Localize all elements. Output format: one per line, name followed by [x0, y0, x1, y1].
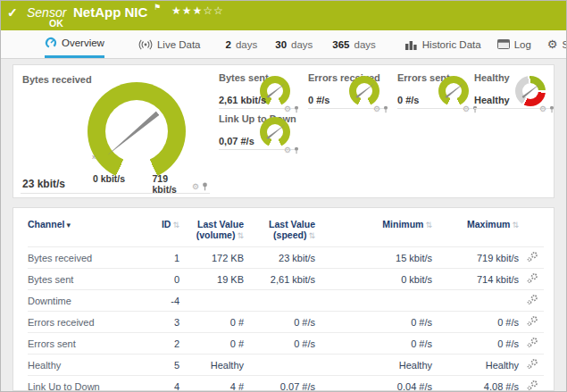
table-header-row: Channel▾ ID⇅ Last Value (volume)⇅ Last V…	[28, 219, 544, 247]
gauge-scale-max: 719 kbit/s	[153, 173, 191, 195]
sort-icon: ⇅	[512, 221, 519, 229]
sensor-header: ✓ Sensor NetApp NIC ⚑ ★★★☆☆ OK	[0, 0, 567, 30]
column-header-last-value-volume[interactable]: Last Value (volume)⇅	[181, 219, 246, 247]
small-gauges-grid: Bytes sent 2,61 kbit/s ⚙ Errors received…	[219, 71, 551, 194]
gear-icon[interactable]: ⚙	[463, 105, 470, 113]
pin-icon[interactable]	[294, 146, 299, 154]
edit-channel-icon[interactable]	[527, 294, 538, 307]
column-header-maximum[interactable]: Maximum⇅	[434, 219, 521, 247]
gear-icon[interactable]: ⚙	[284, 146, 291, 154]
table-row: Bytes sent 0 19 KB 2,61 kbit/s 0 kbit/s …	[28, 269, 544, 290]
gauge-bytes-received: Bytes received x 0 kbit/s 719 kbit/s 23 …	[21, 71, 210, 194]
column-header-last-value-speed[interactable]: Last Value (speed)⇅	[246, 219, 317, 247]
last-value-volume: 0 #	[181, 312, 246, 333]
priority-flag-icon[interactable]: ⚑	[154, 3, 161, 12]
minimum-value: 0,04 #/s	[317, 376, 434, 392]
edit-channel-icon[interactable]	[527, 358, 538, 371]
column-label: ID	[162, 219, 171, 229]
table-row: Link Up to Down 4 4 # 0,07 #/s 0,04 #/s …	[28, 376, 544, 392]
column-label: (volume)	[196, 229, 236, 240]
pin-icon[interactable]	[202, 182, 208, 191]
gauge-healthy: Healthy Healthy ⚙	[474, 72, 553, 115]
column-label: (speed)	[273, 229, 306, 240]
tab-unit: days	[236, 39, 257, 50]
bar-chart-icon	[405, 39, 418, 50]
maximum-value: 714 kbit/s	[434, 269, 521, 290]
edit-channel-icon[interactable]	[527, 272, 538, 286]
gauge-icon	[45, 37, 57, 49]
gear-icon[interactable]: ⚙	[539, 105, 546, 113]
broadcast-icon	[138, 39, 153, 50]
last-value-volume: 4 #	[181, 376, 246, 392]
edit-channel-icon[interactable]	[527, 315, 538, 329]
maximum-value: 0 #/s	[434, 312, 521, 333]
tab-live-data[interactable]: Live Data	[138, 30, 201, 58]
tab-overview[interactable]: Overview	[45, 30, 104, 58]
maximum-value: 719 kbit/s	[434, 247, 521, 269]
gauge-link-up-to-down: Link Up to Down 0,07 #/s ⚙	[219, 113, 297, 156]
maximum-value: Healthy	[434, 354, 521, 376]
gauge-bytes-sent: Bytes sent 2,61 kbit/s ⚙	[219, 72, 297, 115]
table-row: Errors received 3 0 # 0 #/s 0 #/s 0 #/s	[28, 312, 544, 333]
table-row: Bytes received 1 172 KB 23 kbit/s 15 kbi…	[28, 247, 544, 269]
priority-stars[interactable]: ★★★☆☆	[171, 4, 224, 17]
gauge-title: Healthy	[474, 72, 510, 83]
pin-icon[interactable]	[383, 105, 388, 113]
tab-unit: days	[291, 39, 313, 50]
sort-icon: ⇅	[237, 231, 244, 240]
tab-30-days[interactable]: 30 days	[275, 30, 313, 58]
column-label: Minimum	[382, 219, 423, 229]
table-row: Downtime -4	[28, 290, 544, 312]
maximum-value: 0 #/s	[434, 333, 521, 354]
channel-id: 2	[146, 333, 181, 354]
gear-icon: ⚙	[547, 38, 558, 50]
edit-channel-icon[interactable]	[527, 379, 538, 391]
tab-2-days[interactable]: 2 days	[226, 30, 258, 58]
channel-name: Errors sent	[28, 333, 146, 354]
tab-bar: Overview Live Data 2 days 30 days 365 da…	[0, 30, 567, 59]
last-value-speed: 23 kbit/s	[246, 247, 317, 269]
sort-icon: ⇅	[308, 231, 315, 240]
column-label: Last Value	[246, 219, 315, 229]
edit-channel-icon[interactable]	[527, 251, 538, 264]
gauge-title: Bytes received	[22, 74, 92, 85]
tab-365-days[interactable]: 365 days	[332, 30, 375, 58]
last-value-volume: 19 KB	[181, 269, 246, 290]
gear-icon[interactable]: ⚙	[192, 183, 199, 191]
sort-icon: ⇅	[172, 221, 179, 229]
gauge-errors-received: Errors received 0 #/s ⚙	[308, 72, 387, 115]
channel-name: Link Up to Down	[28, 376, 146, 392]
minimum-value	[317, 290, 434, 312]
tab-number: 30	[275, 39, 287, 50]
channel-id: 0	[146, 269, 181, 290]
tab-label: Historic Data	[422, 39, 481, 50]
channel-table: Channel▾ ID⇅ Last Value (volume)⇅ Last V…	[28, 219, 544, 391]
gauge-current-value: 0 #/s	[308, 95, 329, 105]
sort-icon: ⇅	[425, 221, 432, 229]
channel-id: 4	[146, 376, 181, 392]
minimum-value: 0 kbit/s	[317, 269, 434, 290]
tab-historic-data[interactable]: Historic Data	[405, 30, 481, 58]
last-value-speed: 0 #/s	[246, 333, 317, 354]
maximum-value: 4,08 #/s	[434, 376, 521, 392]
gear-icon[interactable]: ⚙	[373, 105, 380, 113]
tab-label: Overview	[62, 38, 104, 48]
gear-icon[interactable]: ⚙	[284, 105, 291, 113]
channel-id: 5	[146, 354, 181, 376]
table-row: Errors sent 2 0 # 0 #/s 0 #/s 0 #/s	[28, 333, 544, 354]
gauge-title: Bytes sent	[219, 72, 269, 83]
column-header-channel[interactable]: Channel▾	[28, 219, 146, 247]
column-header-id[interactable]: ID⇅	[146, 219, 181, 247]
pin-icon[interactable]	[549, 105, 554, 113]
tab-log[interactable]: Log	[497, 30, 531, 58]
column-header-minimum[interactable]: Minimum⇅	[317, 219, 434, 247]
status-check-icon: ✓	[7, 5, 18, 20]
channel-id: 3	[146, 312, 181, 333]
tab-unit: days	[354, 39, 376, 50]
tab-number: 365	[332, 39, 349, 50]
channel-id: -4	[146, 290, 181, 312]
pin-icon[interactable]	[294, 105, 299, 113]
tab-settings[interactable]: ⚙ Settings	[547, 30, 567, 58]
edit-channel-icon[interactable]	[527, 337, 538, 350]
last-value-volume: 0 #	[181, 333, 246, 354]
